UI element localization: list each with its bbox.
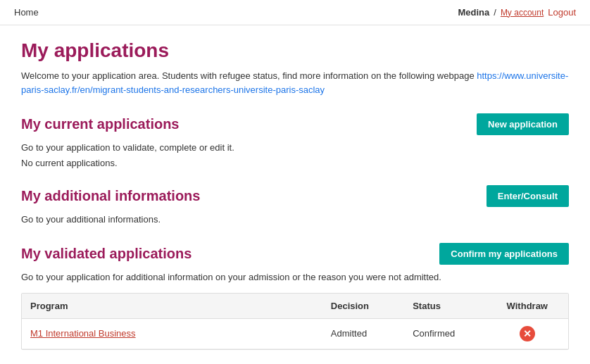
col-header-withdraw: Withdraw: [487, 294, 568, 319]
separator: /: [494, 7, 496, 18]
validated-applications-title: My validated applications: [21, 246, 192, 262]
new-application-button[interactable]: New application: [477, 113, 569, 135]
additional-informations-title: My additional informations: [21, 188, 200, 204]
table-body: M1 International Business Admitted Confi…: [22, 318, 568, 349]
current-applications-section: My current applications New application …: [21, 113, 569, 168]
validated-applications-table-wrapper: Program Decision Status Withdraw M1 Inte…: [21, 293, 569, 350]
col-header-decision: Decision: [322, 294, 404, 319]
topnav-left: Home: [14, 7, 39, 18]
enter-consult-button[interactable]: Enter/Consult: [487, 185, 569, 207]
table-header-row: Program Decision Status Withdraw: [22, 294, 568, 319]
confirm-applications-button[interactable]: Confirm my applications: [439, 243, 569, 265]
col-header-status: Status: [404, 294, 486, 319]
main-content: My applications Welcome to your applicat…: [0, 25, 590, 364]
username-label: Medina: [458, 7, 489, 18]
validated-applications-header: My validated applications Confirm my app…: [21, 243, 569, 265]
current-applications-header: My current applications New application: [21, 113, 569, 135]
additional-informations-section: My additional informations Enter/Consult…: [21, 185, 569, 227]
topnav: Home Medina / My account Logout: [0, 0, 590, 25]
welcome-text: Welcome to your application area. Studen…: [21, 69, 569, 96]
myaccount-link[interactable]: My account: [501, 8, 544, 18]
col-header-program: Program: [22, 294, 322, 319]
no-applications-text: No current applications.: [21, 158, 569, 168]
table-head: Program Decision Status Withdraw: [22, 294, 568, 319]
withdraw-cell: ✕: [487, 318, 568, 349]
current-applications-title: My current applications: [21, 116, 180, 132]
page-title: My applications: [21, 39, 569, 62]
current-applications-desc: Go to your application to validate, comp…: [21, 141, 569, 155]
withdraw-button[interactable]: ✕: [520, 326, 535, 341]
home-link[interactable]: Home: [14, 7, 39, 18]
table-row: M1 International Business Admitted Confi…: [22, 318, 568, 349]
validated-applications-section: My validated applications Confirm my app…: [21, 243, 569, 350]
topnav-right: Medina / My account Logout: [458, 7, 576, 18]
logout-link[interactable]: Logout: [548, 7, 576, 18]
status-cell: Confirmed: [404, 318, 486, 349]
welcome-text-part1: Welcome to your application area. Studen…: [21, 70, 477, 81]
additional-informations-header: My additional informations Enter/Consult: [21, 185, 569, 207]
program-link[interactable]: M1 International Business: [30, 328, 136, 339]
program-cell: M1 International Business: [22, 318, 322, 349]
validated-applications-desc: Go to your application for additional in…: [21, 270, 569, 284]
validated-applications-table: Program Decision Status Withdraw M1 Inte…: [22, 294, 568, 349]
additional-informations-desc: Go to your additional informations.: [21, 213, 569, 227]
decision-cell: Admitted: [322, 318, 404, 349]
